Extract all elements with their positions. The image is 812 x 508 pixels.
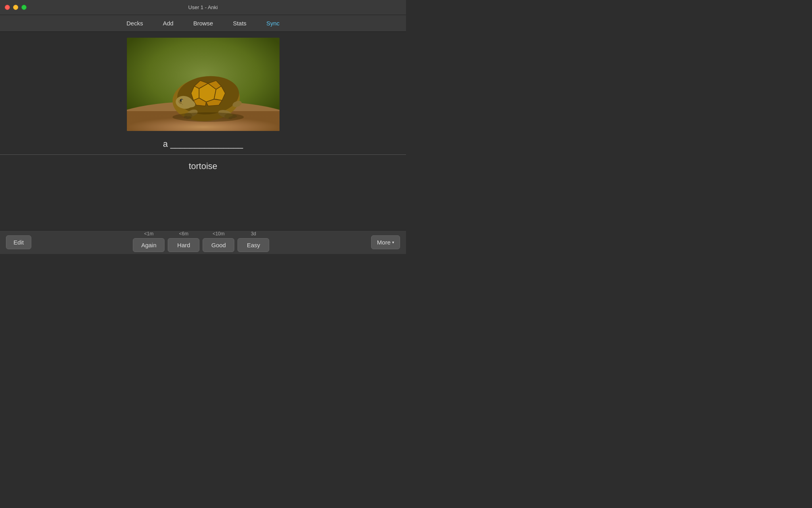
card-image (127, 38, 280, 131)
menu-decks[interactable]: Decks (123, 17, 147, 29)
edit-button[interactable]: Edit (6, 235, 31, 249)
timing-hard: <6m (179, 231, 188, 237)
menu-bar: Decks Add Browse Stats Sync (0, 15, 406, 32)
answer-group-good: <10m Good (203, 231, 234, 252)
answer-buttons-section: <1m Again <6m Hard <10m Good 3d Easy (31, 231, 371, 254)
bottom-right-section: More ▾ (371, 235, 400, 249)
card-back-text: tortoise (189, 158, 217, 175)
bottom-bar: Edit <1m Again <6m Hard <10m Good 3d Eas… (0, 230, 406, 254)
traffic-lights (5, 5, 27, 10)
minimize-button[interactable] (13, 5, 18, 10)
answer-group-again: <1m Again (133, 231, 165, 252)
more-button[interactable]: More ▾ (371, 235, 400, 249)
more-label: More (377, 239, 391, 246)
card-divider (0, 154, 406, 155)
card-front-text: a _______________ (163, 137, 243, 151)
bottom-left-section: Edit (6, 235, 31, 249)
svg-point-28 (172, 112, 244, 122)
card-content: a _______________ tortoise (0, 32, 406, 254)
window-title: User 1 - Anki (188, 4, 218, 10)
tortoise-image (127, 38, 280, 131)
answer-group-hard: <6m Hard (168, 231, 199, 252)
menu-browse[interactable]: Browse (189, 17, 217, 29)
again-button[interactable]: Again (133, 238, 165, 252)
hard-button[interactable]: Hard (168, 238, 199, 252)
menu-stats[interactable]: Stats (229, 17, 250, 29)
timing-good: <10m (213, 231, 224, 237)
menu-add[interactable]: Add (159, 17, 178, 29)
menu-sync[interactable]: Sync (262, 17, 283, 29)
timing-easy: 3d (251, 231, 256, 237)
answer-group-easy: 3d Easy (237, 231, 269, 252)
close-button[interactable] (5, 5, 10, 10)
title-bar: User 1 - Anki (0, 0, 406, 15)
maximize-button[interactable] (21, 5, 27, 10)
good-button[interactable]: Good (203, 238, 234, 252)
dropdown-arrow-icon: ▾ (392, 240, 394, 244)
timing-again: <1m (144, 231, 153, 237)
app-window: User 1 - Anki Decks Add Browse Stats Syn… (0, 0, 406, 254)
easy-button[interactable]: Easy (237, 238, 269, 252)
